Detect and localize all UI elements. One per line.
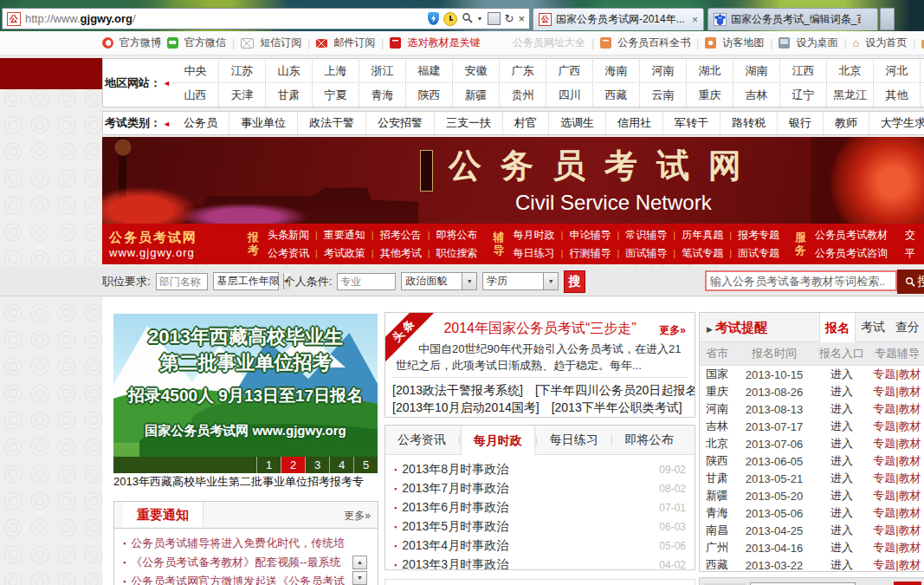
region-link[interactable]: 海南 <box>593 60 640 82</box>
pager-item[interactable]: 4 <box>329 457 353 473</box>
category-link[interactable]: 军转干 <box>663 112 720 134</box>
enter-link[interactable]: 进入 <box>814 471 869 486</box>
enter-link[interactable]: 进入 <box>814 453 869 469</box>
category-link[interactable]: 银行 <box>778 112 824 134</box>
topic-links[interactable]: 专题|教材 <box>869 505 924 521</box>
category-link[interactable]: 公安招警 <box>366 112 435 134</box>
headline-link[interactable]: [2013下半年公职类考试] <box>552 399 682 416</box>
nav-link[interactable]: 行测辅导 <box>569 246 611 261</box>
nav-link[interactable]: 职位搜索 <box>436 246 478 261</box>
region-link[interactable]: 湖北 <box>687 60 733 82</box>
department-input[interactable] <box>156 273 208 290</box>
region-link[interactable]: 广东 <box>500 60 546 82</box>
category-link[interactable]: 大学生求职 <box>869 112 924 134</box>
tab-kaoshi[interactable]: 考试 <box>856 313 890 341</box>
weibo-link[interactable]: 官方微博 <box>120 36 161 50</box>
nav-link[interactable]: 历年真题 <box>682 228 723 243</box>
region-link[interactable]: 山东 <box>266 60 313 82</box>
region-link[interactable]: 宁夏 <box>313 84 359 107</box>
new-tab-button[interactable] <box>880 8 895 30</box>
headline-link[interactable]: [2013政法干警报考系统] <box>392 381 523 399</box>
region-link[interactable]: 内蒙古 <box>921 60 924 82</box>
category-link[interactable]: 路转税 <box>720 112 778 134</box>
region-link[interactable]: 甘肃 <box>266 84 313 107</box>
region-link[interactable]: 贵州 <box>500 84 546 107</box>
sms-subscribe-link[interactable]: 短信订阅 <box>260 36 301 50</box>
pager-item[interactable]: 1 <box>256 457 281 473</box>
news-item[interactable]: ▪2013年3月时事政治04-02 <box>394 556 686 570</box>
dropdown-icon[interactable]: ▼ <box>462 273 476 289</box>
nav-link[interactable]: 交 <box>905 228 915 243</box>
education-select[interactable]: 学历▼ <box>482 272 559 290</box>
refresh-icon[interactable]: ↻ <box>505 13 514 24</box>
enter-link[interactable]: 进入 <box>814 401 869 417</box>
material-link[interactable]: 选对教材是关键 <box>407 36 480 50</box>
history-clock-icon[interactable] <box>443 12 457 26</box>
pager-item[interactable]: 3 <box>305 457 329 473</box>
nav-link[interactable]: 头条新闻 <box>268 228 309 243</box>
enter-link[interactable]: 进入 <box>814 557 869 572</box>
topic-links[interactable]: 专题|教材 <box>869 453 924 469</box>
region-link[interactable]: 陕西 <box>406 84 453 107</box>
search-icon[interactable] <box>462 11 473 27</box>
region-link[interactable]: 江西 <box>780 60 827 82</box>
category-link[interactable]: 公务员 <box>172 112 229 134</box>
topic-links[interactable]: 专题|教材 <box>869 384 924 400</box>
nav-link[interactable]: 平 <box>905 246 915 261</box>
notice-item[interactable]: ▪公务员考试网官方微博发起送《公务员考试 <box>123 572 371 585</box>
region-link[interactable]: 上海 <box>313 60 359 82</box>
region-link[interactable]: 河北 <box>874 60 921 82</box>
region-link[interactable]: 福建 <box>406 60 453 82</box>
compatibility-icon[interactable] <box>488 12 501 25</box>
slideshow-image[interactable]: 2013年西藏高校毕业生 第二批事业单位招考 招录4500人 9月13日至17日… <box>113 314 378 457</box>
tab-chafen[interactable]: 查分 <box>890 313 924 341</box>
seniority-select[interactable]: 基层工作年限▼ <box>213 272 279 290</box>
nav-link[interactable]: 面试辅导 <box>625 246 667 261</box>
url-text[interactable]: http://www.gjgwy.org/ <box>25 12 136 25</box>
enter-link[interactable]: 进入 <box>814 488 869 504</box>
nav-link[interactable]: 公务员考试教材 <box>815 228 888 243</box>
region-link[interactable]: 重庆 <box>687 84 733 107</box>
pager-item-active[interactable]: 2 <box>281 457 305 473</box>
political-status-select[interactable]: 政治面貌▼ <box>401 272 477 290</box>
nav-link[interactable]: 申论辅导 <box>569 228 611 243</box>
nav-link[interactable]: 重要通知 <box>324 228 365 243</box>
nav-link[interactable]: 公务员考试咨询 <box>815 246 888 261</box>
region-link[interactable]: 湖南 <box>733 60 780 82</box>
nav-link[interactable]: 每日练习 <box>514 246 555 261</box>
region-link[interactable]: 北京 <box>827 60 874 82</box>
news-item[interactable]: ▪2013年8月时事政治09-02 <box>394 460 686 479</box>
position-search-button[interactable]: 搜 <box>564 270 585 293</box>
topic-links[interactable]: 专题|教材 <box>869 523 924 538</box>
slideshow[interactable]: 2013年西藏高校毕业生 第二批事业单位招考 招录4500人 9月13日至17日… <box>113 314 378 473</box>
enter-link[interactable]: 进入 <box>814 505 869 521</box>
category-link[interactable]: 村官 <box>503 112 549 134</box>
wechat-link[interactable]: 官方微信 <box>184 36 226 50</box>
category-link[interactable]: 三支一扶 <box>435 112 503 134</box>
enter-link[interactable]: 进入 <box>814 367 869 382</box>
keyword-search-input[interactable] <box>705 270 897 291</box>
visitor-map-link[interactable]: 访客地图 <box>722 36 764 50</box>
region-link[interactable]: 辽宁 <box>780 84 827 107</box>
notices-title-tab[interactable]: 重要通知 <box>123 502 204 527</box>
nav-link[interactable]: 招考公告 <box>380 228 422 243</box>
region-link[interactable]: 其他 <box>874 84 921 107</box>
enter-link[interactable]: 进入 <box>814 436 869 452</box>
region-link[interactable]: 浙江 <box>359 60 406 82</box>
enter-link[interactable]: 进入 <box>814 523 869 538</box>
nav-link[interactable]: 笔试专题 <box>682 246 723 261</box>
headline-link[interactable]: [2013年10月启动2014国考] <box>392 399 540 416</box>
set-home-link[interactable]: 设为首页 <box>865 36 907 50</box>
tab-meiyue-shizheng[interactable]: 每月时政 <box>461 426 535 455</box>
url-bar[interactable]: 公 http://www.gjgwy.org/ ▼ ↻ × <box>2 8 530 29</box>
news-item[interactable]: ▪2013年7月时事政治08-02 <box>394 479 686 498</box>
category-link[interactable]: 教师 <box>824 112 869 134</box>
pager-item[interactable]: 5 <box>353 457 378 473</box>
topic-links[interactable]: 专题|教材 <box>869 540 924 556</box>
nav-link[interactable]: 考试政策 <box>324 246 365 261</box>
region-link[interactable]: 河南 <box>640 60 687 82</box>
nav-link[interactable]: 常识辅导 <box>625 228 667 243</box>
region-link[interactable]: 新疆 <box>453 84 500 107</box>
search-dropdown-icon[interactable]: ▼ <box>477 16 483 22</box>
topic-links[interactable]: 专题|教材 <box>869 401 924 417</box>
